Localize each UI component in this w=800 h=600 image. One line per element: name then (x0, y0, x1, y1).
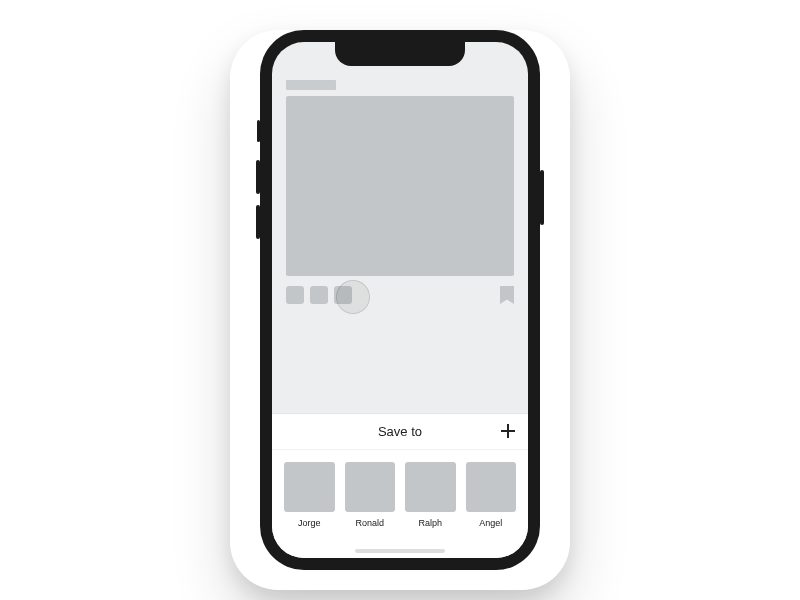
volume-down-button[interactable] (256, 205, 260, 239)
collection-label: Angel (479, 518, 502, 528)
collections-row: Jorge Ronald Ralph Angel (272, 450, 528, 545)
post-image[interactable] (286, 96, 514, 276)
mute-switch[interactable] (257, 120, 260, 142)
collection-item[interactable]: Angel (466, 462, 517, 529)
add-collection-button[interactable] (498, 421, 518, 441)
collection-label: Ralph (418, 518, 442, 528)
sheet-header: Save to (272, 414, 528, 450)
screen: Save to Jorge Ronald Ralph (272, 42, 528, 558)
collection-label: Ronald (355, 518, 384, 528)
notch (335, 42, 465, 66)
collection-thumb (345, 462, 396, 513)
collection-thumb (466, 462, 517, 513)
collection-item[interactable]: Ralph (405, 462, 456, 529)
like-icon[interactable] (286, 286, 304, 304)
sheet-title: Save to (378, 424, 422, 439)
volume-up-button[interactable] (256, 160, 260, 194)
share-icon[interactable] (334, 286, 352, 304)
collection-label: Jorge (298, 518, 321, 528)
home-indicator[interactable] (355, 549, 445, 553)
comment-icon[interactable] (310, 286, 328, 304)
header-title-placeholder (286, 80, 336, 90)
app-content: Save to Jorge Ronald Ralph (272, 42, 528, 558)
collection-item[interactable]: Ronald (345, 462, 396, 529)
power-button[interactable] (540, 170, 544, 225)
bookmark-icon[interactable] (500, 286, 514, 304)
collection-thumb (284, 462, 335, 513)
collection-item[interactable]: Jorge (284, 462, 335, 529)
feed (272, 96, 528, 276)
collection-thumb (405, 462, 456, 513)
save-sheet: Save to Jorge Ronald Ralph (272, 413, 528, 559)
phone-frame: Save to Jorge Ronald Ralph (260, 30, 540, 570)
post-actions (272, 276, 528, 304)
home-indicator-area (272, 544, 528, 558)
